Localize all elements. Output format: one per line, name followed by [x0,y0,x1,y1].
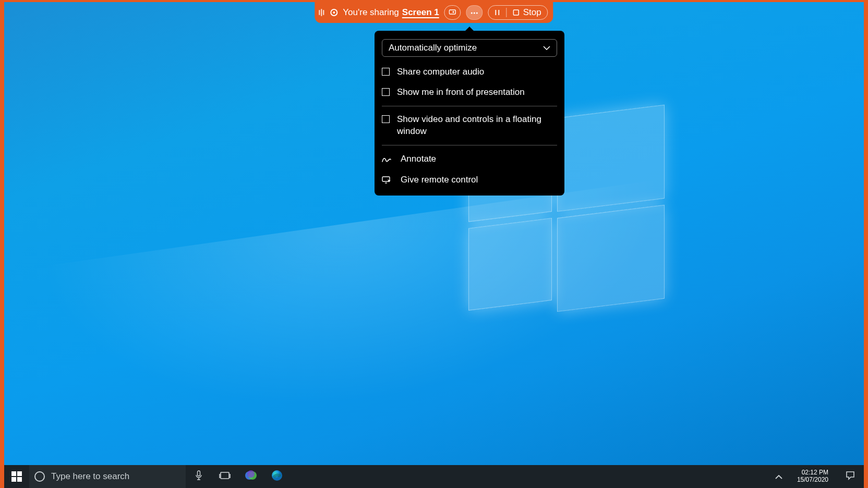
switch-share-button[interactable] [444,5,461,20]
svg-rect-4 [514,10,519,15]
svg-point-3 [476,12,478,14]
windows-icon [11,471,22,482]
floating-window-checkbox[interactable]: Show video and controls in a floating wi… [375,109,564,142]
chevron-down-icon [543,46,550,50]
share-audio-checkbox[interactable]: Share computer audio [375,62,564,82]
clock-time: 02:12 PM [797,469,828,477]
taskbar-microphone[interactable] [186,465,212,488]
start-button[interactable] [4,465,29,488]
pause-stop-group: Stop [488,5,548,20]
webex-icon [245,469,257,484]
action-center-button[interactable] [839,471,862,482]
taskbar-pinned-apps [186,465,290,488]
search-placeholder: Type here to search [51,471,129,482]
tray-overflow-button[interactable] [771,468,787,485]
stop-label: Stop [523,7,541,18]
microphone-icon [195,470,202,483]
screen-arrow-icon [449,9,456,16]
drag-handle-icon[interactable] [318,9,325,16]
stop-icon [513,9,520,16]
windows-taskbar: Type here to search [4,465,864,488]
task-view-icon [219,471,231,482]
sharing-status: You're sharing Screen 1 [343,7,439,18]
system-tray: 02:12 PM 15/07/2020 [769,468,864,485]
sharing-status-text: You're sharing [343,7,399,18]
taskbar-app-edge[interactable] [264,465,290,488]
menu-divider [382,106,557,106]
stop-share-button[interactable]: Stop [507,6,548,19]
show-me-front-checkbox[interactable]: Show me in front of presentation [375,82,564,103]
checkbox-icon [382,115,390,123]
taskbar-clock[interactable]: 02:12 PM 15/07/2020 [793,469,833,484]
remote-control-item[interactable]: Give remote control [375,169,564,190]
svg-rect-6 [198,471,200,476]
floating-window-label: Show video and controls in a floating wi… [397,114,557,138]
task-view-button[interactable] [212,465,238,488]
svg-point-10 [247,470,255,478]
checkbox-icon [382,68,390,76]
annotate-label: Annotate [401,154,436,164]
share-audio-label: Share computer audio [397,66,484,78]
taskbar-search[interactable]: Type here to search [29,465,186,488]
recording-indicator-icon [330,9,337,16]
ellipsis-icon [471,11,478,14]
cortana-circle-icon [34,471,45,482]
sharing-screen-link[interactable]: Screen 1 [402,7,439,18]
sharing-control-bar: You're sharing Screen 1 [315,2,553,23]
chevron-up-icon [775,472,782,481]
svg-rect-7 [221,472,229,479]
notification-icon [846,471,855,482]
clock-date: 15/07/2020 [797,477,828,484]
desktop-frame: You're sharing Screen 1 [4,2,864,488]
pause-share-button[interactable] [489,6,507,19]
annotate-item[interactable]: Annotate [375,149,564,169]
menu-divider [382,145,557,145]
optimize-select-value: Automatically optimize [389,43,477,53]
share-options-popup: Automatically optimize Share computer au… [375,31,564,196]
more-options-button[interactable] [466,5,483,20]
checkbox-icon [382,88,390,96]
svg-point-1 [471,12,473,14]
annotate-icon [382,155,391,163]
remote-control-label: Give remote control [401,175,478,185]
remote-control-icon [382,176,391,184]
optimize-select[interactable]: Automatically optimize [382,39,557,57]
svg-point-2 [474,12,475,14]
taskbar-app-webex[interactable] [238,465,264,488]
show-me-front-label: Show me in front of presentation [397,87,525,99]
edge-icon [271,469,283,484]
pause-icon [495,9,500,16]
